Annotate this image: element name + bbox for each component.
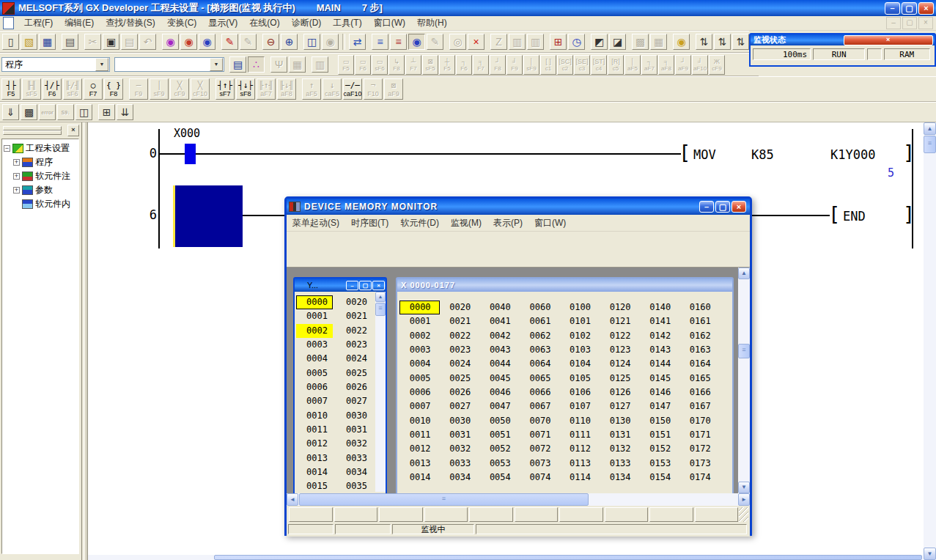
scrollbar-thumb[interactable]	[299, 493, 589, 506]
x-device-cell[interactable]: 0013	[399, 457, 440, 471]
x-device-cell[interactable]: 0062	[520, 329, 560, 343]
menu-item[interactable]: 监视(M)	[445, 215, 487, 231]
corner-f7-button[interactable]: ╕F7	[473, 55, 489, 75]
af9-line-button[interactable]: ⊠aF9	[384, 78, 403, 100]
x-device-cell[interactable]: 0025	[440, 372, 480, 386]
x-device-cell[interactable]: 0161	[679, 314, 720, 328]
function-key-button[interactable]	[695, 507, 739, 522]
y-device-cell[interactable]: 0001	[296, 309, 333, 323]
x-device-cell[interactable]: 0151	[640, 428, 680, 442]
x-device-cell[interactable]: 0166	[679, 386, 720, 399]
scroll-up-icon[interactable]: ▲	[924, 122, 936, 135]
x-device-cell[interactable]: 0060	[520, 301, 560, 314]
x-device-cell[interactable]: 0154	[640, 471, 680, 485]
menu-item[interactable]: 变换(C)	[161, 15, 203, 31]
monitor-write-button[interactable]: ✎	[427, 34, 443, 50]
x-device-cell[interactable]: 0133	[600, 457, 640, 471]
x-device-cell[interactable]: 0051	[479, 428, 520, 442]
menu-item[interactable]: 菜单起动(S)	[287, 215, 345, 231]
expand-icon[interactable]: +	[13, 173, 20, 180]
y-device-cell[interactable]: 0002	[296, 324, 333, 338]
box-sf5-button[interactable]: ⊠sF5	[422, 55, 438, 75]
menu-item[interactable]: 在线(O)	[243, 15, 285, 31]
rising-pulse-button[interactable]: ┤↑├sF7	[215, 78, 235, 100]
vertical-line-button[interactable]: │sF9	[150, 78, 169, 100]
x-device-cell[interactable]: 0063	[520, 343, 560, 357]
mdi-child-icon[interactable]	[3, 17, 14, 29]
x-device-cell[interactable]: 0012	[399, 442, 440, 456]
search-circuit-button[interactable]: ◉	[322, 34, 339, 50]
y-device-cell[interactable]: 0011	[296, 423, 333, 437]
block-combo[interactable]: ▼	[114, 57, 224, 72]
screen-jump-button[interactable]: ⇓	[2, 104, 19, 120]
x-device-cell[interactable]: 0114	[559, 471, 600, 485]
x-device-cell[interactable]: 0032	[440, 442, 480, 456]
x-device-cell[interactable]: 0064	[520, 357, 560, 371]
find-replace-button[interactable]: ◉	[180, 34, 197, 50]
minimize-button[interactable]: –	[346, 281, 358, 290]
y-device-cell[interactable]: 0027	[336, 394, 372, 408]
x-device-cell[interactable]: 0074	[520, 471, 560, 485]
drag-grip[interactable]	[3, 130, 62, 135]
save-project-button[interactable]: ▦	[39, 34, 56, 50]
function-key-button[interactable]	[289, 507, 333, 522]
device-batch-button[interactable]: ▦	[289, 56, 306, 73]
x-device-cell[interactable]: 0147	[640, 399, 680, 413]
y-device-cell[interactable]: 0025	[336, 366, 372, 380]
function-key-button[interactable]	[605, 507, 649, 522]
delete-hline-button[interactable]: ╳cF9	[170, 78, 189, 100]
corner-af9-button[interactable]: ┘aF9	[675, 55, 691, 75]
y-window-scrollbar[interactable]: ▲	[375, 292, 386, 492]
tree-item-program[interactable]: + 程序	[13, 155, 78, 169]
sort-device3-button[interactable]: ⇅	[732, 34, 749, 50]
parameter-check-button[interactable]: ▥	[509, 34, 526, 50]
close-button[interactable]: ×	[732, 201, 746, 213]
x-device-cell[interactable]: 0125	[600, 372, 640, 386]
x-device-cell[interactable]: 0131	[600, 428, 640, 442]
x-device-cell[interactable]: 0046	[479, 386, 520, 399]
restore-button[interactable]: ▢	[902, 2, 917, 15]
y-device-cell[interactable]: 0032	[336, 437, 372, 451]
cross-f5-button[interactable]: ┼F5	[439, 55, 455, 75]
x-device-cell[interactable]: 0106	[559, 386, 600, 399]
y-device-cell[interactable]: 0031	[336, 423, 372, 437]
horizontal-scrollbar[interactable]	[88, 555, 923, 560]
x-device-cell[interactable]: 0067	[520, 399, 560, 413]
scroll-right-icon[interactable]: ►	[738, 493, 750, 506]
x-device-cell[interactable]: 0023	[440, 343, 480, 357]
tree-item-comment[interactable]: + 软元件注	[13, 169, 78, 183]
rising-op-button[interactable]: ↑aF5	[302, 78, 321, 100]
y-device-cell[interactable]: 0034	[336, 465, 372, 479]
x-device-cell[interactable]: 0104	[559, 357, 600, 371]
entry-monitor-button[interactable]: ▥	[312, 56, 328, 73]
x-device-cell[interactable]: 0000	[399, 301, 440, 314]
corner-af8-button[interactable]: ╕aF8	[658, 55, 674, 75]
scrollbar-thumb[interactable]	[375, 303, 386, 316]
menu-item[interactable]: 窗口(W)	[368, 15, 411, 31]
y-device-cell[interactable]: 0012	[296, 437, 333, 451]
x-device-cell[interactable]: 0134	[600, 471, 640, 485]
falling-pulse-branch-button[interactable]: ╟↓╢aF8	[277, 78, 296, 100]
vertical-scrollbar[interactable]: ▲ ▼	[924, 122, 936, 560]
y-device-cell[interactable]: 0010	[296, 409, 333, 423]
x-device-cell[interactable]: 0003	[399, 343, 440, 357]
function-key-button[interactable]	[649, 507, 693, 522]
coil-sf6-button[interactable]: ▭sF6	[372, 55, 388, 75]
x-device-cell[interactable]: 0123	[600, 343, 640, 357]
scroll-down-icon[interactable]: ▼	[738, 482, 750, 493]
x-device-cell[interactable]: 0101	[559, 314, 600, 328]
x-device-cell[interactable]: 0127	[600, 399, 640, 413]
x-device-cell[interactable]: 0020	[440, 301, 480, 314]
tree-close-icon[interactable]: ×	[67, 125, 79, 136]
x-device-cell[interactable]: 0152	[640, 442, 680, 456]
scrollbar-thumb[interactable]	[214, 555, 922, 560]
x-device-cell[interactable]: 0172	[679, 442, 720, 456]
x-device-cell[interactable]: 0160	[679, 301, 720, 314]
line-f7-button[interactable]: ┴F7	[405, 55, 421, 75]
workspace-horizontal-scrollbar[interactable]: ◄ ►	[287, 493, 750, 506]
x-device-cell[interactable]: 0126	[600, 386, 640, 399]
find-string-button[interactable]: ◉	[199, 34, 215, 50]
coil-button[interactable]: ○F7	[84, 78, 103, 100]
x-device-cell[interactable]: 0041	[479, 314, 520, 328]
x-device-cell[interactable]: 0120	[600, 301, 640, 314]
